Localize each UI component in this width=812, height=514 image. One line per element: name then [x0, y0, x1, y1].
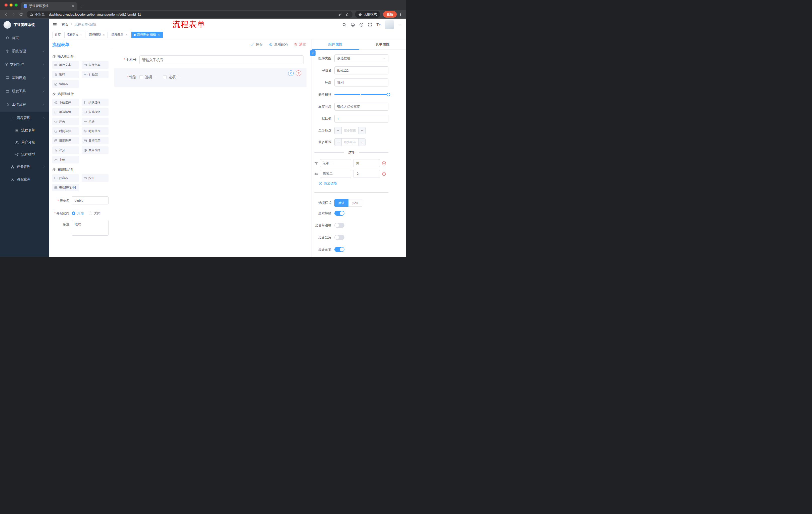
toggle-with-border[interactable]: [335, 223, 344, 228]
palette-item-editor[interactable]: 编辑器: [52, 80, 79, 88]
canvas-field-gender[interactable]: 性别 选项一选项二: [114, 69, 307, 87]
palette-item-row-container[interactable]: 行容器: [52, 174, 79, 182]
sidebar-item-infrastructure[interactable]: 基础设施: [0, 71, 49, 84]
default-value-input[interactable]: [335, 115, 388, 123]
search-icon[interactable]: [342, 23, 346, 27]
palette-item-date-range[interactable]: 日期范围: [82, 137, 109, 144]
palette-item-password[interactable]: 密码: [52, 71, 79, 78]
option-label-input[interactable]: [320, 170, 351, 178]
sidebar-item-process-form[interactable]: 流程表单: [0, 124, 49, 136]
zoom-window-button[interactable]: [14, 3, 18, 6]
toggle-show-label[interactable]: [335, 211, 344, 216]
slider-handle[interactable]: [387, 93, 390, 96]
sidebar-item-workflow[interactable]: 工作流程: [0, 98, 49, 111]
phone-input[interactable]: [140, 55, 303, 64]
increase-button[interactable]: +: [358, 139, 365, 145]
palette-item-counter[interactable]: 123计数器: [82, 71, 109, 78]
sidebar-item-leave-query[interactable]: 请假查询: [0, 173, 49, 186]
palette-item-rate[interactable]: 评分: [52, 146, 79, 154]
palette-item-radio-group[interactable]: 单选框组: [52, 108, 79, 116]
tag-close-icon[interactable]: [125, 33, 128, 36]
option-value-input[interactable]: [353, 159, 380, 167]
status-radio-disabled[interactable]: 关闭: [89, 211, 100, 216]
tag-close-icon[interactable]: [157, 33, 161, 36]
save-button[interactable]: 保存: [251, 42, 263, 47]
clear-button[interactable]: 清空: [294, 42, 306, 47]
sidebar-item-process-management[interactable]: 流程管理: [0, 112, 49, 124]
palette-item-switch[interactable]: 开关: [52, 118, 79, 125]
remove-option-icon[interactable]: [382, 172, 386, 176]
palette-item-slider[interactable]: 滑块: [82, 118, 109, 125]
option-value-input[interactable]: [353, 170, 380, 178]
forward-button[interactable]: [10, 11, 17, 18]
fullscreen-icon[interactable]: [368, 23, 372, 27]
palette-item-button[interactable]: 按钮: [82, 174, 109, 182]
reload-button[interactable]: [18, 11, 24, 18]
palette-item-time-range[interactable]: 时间范围: [82, 127, 109, 135]
update-button[interactable]: 更新: [383, 11, 397, 18]
tag-process-form[interactable]: 流程表单: [109, 32, 130, 38]
tag-close-icon[interactable]: [80, 33, 83, 36]
form-remark-textarea[interactable]: 嘿嘿: [72, 220, 109, 236]
user-avatar[interactable]: [385, 20, 394, 29]
form-name-input[interactable]: [72, 196, 109, 205]
back-button[interactable]: [2, 11, 9, 18]
palette-item-single-line-text[interactable]: 单行文本: [52, 61, 79, 69]
gender-option-2[interactable]: 选项二: [163, 75, 179, 79]
form-grid-slider[interactable]: [335, 90, 388, 99]
min-select-placeholder[interactable]: 至少应选: [342, 127, 358, 134]
increase-button[interactable]: +: [358, 127, 365, 134]
palette-item-multi-line-text[interactable]: 多行文本: [82, 61, 109, 69]
title-input[interactable]: [335, 78, 388, 86]
palette-item-checkbox-group[interactable]: 多选框组: [82, 108, 109, 116]
option-drag-handle-icon[interactable]: [314, 172, 318, 176]
minimize-window-button[interactable]: [9, 3, 12, 6]
tab-component-props[interactable]: 组件属性: [312, 39, 359, 50]
decrease-button[interactable]: −: [335, 127, 342, 134]
tag-process-form-edit[interactable]: 流程表单-编辑: [132, 32, 163, 38]
canvas-field-phone[interactable]: 手机号: [114, 53, 307, 66]
palette-item-table[interactable]: 表格[开发中]: [52, 184, 79, 191]
copy-component-button[interactable]: [288, 71, 294, 76]
font-size-icon[interactable]: TT: [376, 23, 381, 27]
view-json-button[interactable]: 查看json: [269, 42, 288, 47]
github-icon[interactable]: [351, 23, 355, 27]
password-manager-icon[interactable]: [339, 12, 342, 16]
decrease-button[interactable]: −: [335, 139, 342, 145]
logo[interactable]: 芋道管理系统: [0, 19, 49, 31]
sidebar-item-dev-tools[interactable]: 研发工具: [0, 84, 49, 98]
browser-menu-icon[interactable]: [399, 12, 403, 16]
toggle-required[interactable]: [335, 247, 344, 252]
checkbox[interactable]: [163, 76, 167, 79]
option-style-button[interactable]: 按钮: [348, 199, 362, 207]
bookmark-star-icon[interactable]: [345, 12, 349, 16]
tag-process-definition[interactable]: 流程定义: [64, 32, 85, 38]
palette-item-upload[interactable]: 上传: [52, 156, 79, 163]
toggle-disabled[interactable]: [335, 235, 344, 240]
question-icon[interactable]: [359, 23, 364, 27]
doc-link-icon[interactable]: [310, 50, 316, 56]
label-width-input[interactable]: [335, 103, 388, 111]
browser-tab[interactable]: 芋道管理系统: [21, 2, 77, 10]
status-radio-enabled[interactable]: 开启: [72, 211, 84, 216]
palette-item-time-picker[interactable]: 时间选择: [52, 127, 79, 135]
sidebar-item-home[interactable]: 首页: [0, 31, 49, 45]
site-security-chip[interactable]: 不安全: [30, 12, 45, 17]
add-option-button[interactable]: 添加选项: [319, 181, 388, 186]
option-label-input[interactable]: [320, 159, 351, 167]
tag-home[interactable]: 首页: [53, 32, 63, 38]
breadcrumb-item[interactable]: 首页: [62, 22, 68, 27]
form-canvas[interactable]: 手机号 性别 选项一选项二: [111, 50, 312, 257]
new-tab-button[interactable]: [80, 3, 84, 7]
remove-option-icon[interactable]: [382, 161, 386, 165]
delete-component-button[interactable]: [296, 71, 301, 76]
tab-close-icon[interactable]: [71, 4, 75, 7]
palette-item-select[interactable]: 下拉选择: [52, 99, 79, 106]
sidebar-item-process-model[interactable]: 流程模型: [0, 148, 49, 160]
close-window-button[interactable]: [4, 3, 7, 6]
palette-item-date-picker[interactable]: 日期选择: [52, 137, 79, 144]
palette-item-cascader[interactable]: 级联选择: [82, 99, 109, 106]
max-select-placeholder[interactable]: 最多可选: [342, 139, 358, 145]
tag-close-icon[interactable]: [102, 33, 106, 36]
sidebar-item-system-management[interactable]: 系统管理: [0, 45, 49, 58]
